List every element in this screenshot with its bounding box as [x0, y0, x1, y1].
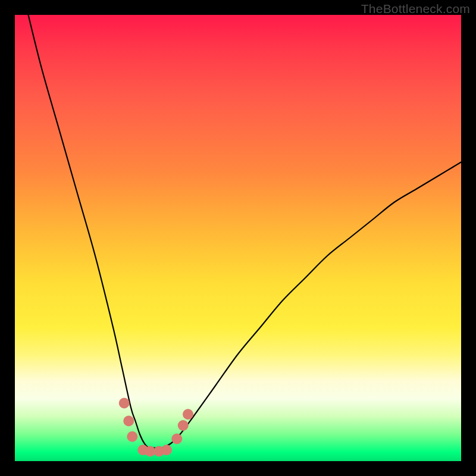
chart-gradient-background [15, 15, 461, 461]
watermark-text: TheBottleneck.com [361, 2, 470, 16]
chart-frame: TheBottleneck.com [0, 0, 476, 476]
